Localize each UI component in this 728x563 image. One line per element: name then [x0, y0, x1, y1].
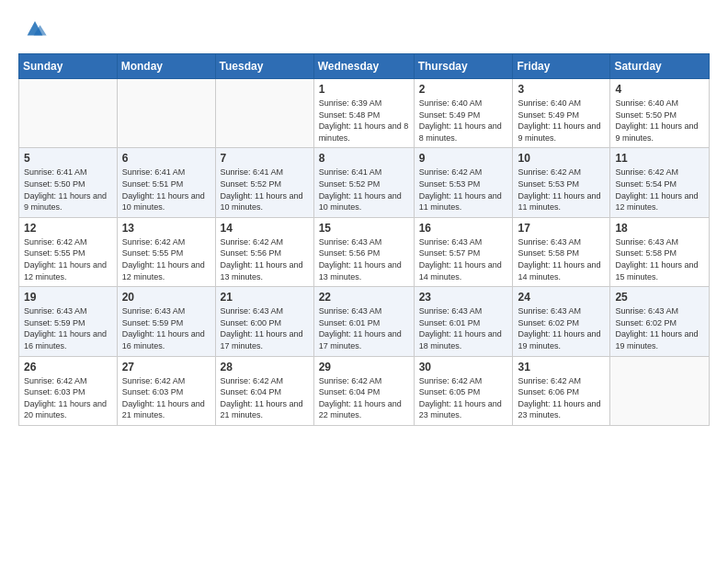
- day-info: Sunrise: 6:42 AMSunset: 5:53 PMDaylight:…: [518, 167, 605, 213]
- day-number: 2: [419, 83, 508, 96]
- calendar-cell: 13Sunrise: 6:42 AMSunset: 5:55 PMDayligh…: [117, 217, 215, 286]
- day-number: 1: [319, 83, 409, 96]
- calendar-cell: 24Sunrise: 6:43 AMSunset: 6:02 PMDayligh…: [513, 287, 610, 356]
- day-info: Sunrise: 6:41 AMSunset: 5:51 PMDaylight:…: [122, 167, 210, 213]
- calendar-cell: 25Sunrise: 6:43 AMSunset: 6:02 PMDayligh…: [610, 287, 710, 356]
- day-info: Sunrise: 6:42 AMSunset: 6:03 PMDaylight:…: [122, 375, 210, 421]
- weekday-header-row: SundayMondayTuesdayWednesdayThursdayFrid…: [19, 54, 710, 79]
- day-number: 29: [319, 361, 409, 373]
- day-info: Sunrise: 6:43 AMSunset: 6:00 PMDaylight:…: [221, 305, 309, 351]
- calendar-cell: 20Sunrise: 6:43 AMSunset: 5:59 PMDayligh…: [117, 287, 215, 356]
- day-number: 11: [615, 152, 704, 165]
- day-info: Sunrise: 6:43 AMSunset: 5:57 PMDaylight:…: [419, 236, 508, 282]
- day-info: Sunrise: 6:43 AMSunset: 6:01 PMDaylight:…: [319, 305, 409, 351]
- calendar-cell: [215, 79, 313, 148]
- weekday-header-tuesday: Tuesday: [215, 54, 313, 79]
- calendar-cell: 15Sunrise: 6:43 AMSunset: 5:56 PMDayligh…: [313, 217, 414, 286]
- calendar-cell: 16Sunrise: 6:43 AMSunset: 5:57 PMDayligh…: [414, 217, 513, 286]
- day-number: 6: [122, 152, 210, 165]
- week-row-3: 12Sunrise: 6:42 AMSunset: 5:55 PMDayligh…: [19, 217, 710, 286]
- calendar-cell: 22Sunrise: 6:43 AMSunset: 6:01 PMDayligh…: [313, 287, 414, 356]
- weekday-header-wednesday: Wednesday: [313, 54, 414, 79]
- day-number: 8: [319, 152, 409, 165]
- calendar-cell: 12Sunrise: 6:42 AMSunset: 5:55 PMDayligh…: [19, 217, 118, 286]
- calendar-cell: 3Sunrise: 6:40 AMSunset: 5:49 PMDaylight…: [513, 79, 610, 148]
- calendar-cell: 1Sunrise: 6:39 AMSunset: 5:48 PMDaylight…: [313, 79, 414, 148]
- day-number: 14: [221, 222, 309, 235]
- day-number: 10: [518, 152, 605, 165]
- day-number: 20: [122, 291, 210, 304]
- day-number: 23: [419, 291, 508, 304]
- day-info: Sunrise: 6:41 AMSunset: 5:50 PMDaylight:…: [24, 167, 112, 213]
- calendar-cell: [610, 356, 710, 425]
- calendar-cell: 29Sunrise: 6:42 AMSunset: 6:04 PMDayligh…: [313, 356, 414, 425]
- day-info: Sunrise: 6:43 AMSunset: 6:02 PMDaylight:…: [518, 305, 605, 351]
- day-number: 3: [518, 83, 605, 96]
- day-info: Sunrise: 6:42 AMSunset: 6:06 PMDaylight:…: [518, 375, 605, 421]
- day-info: Sunrise: 6:42 AMSunset: 5:56 PMDaylight:…: [221, 236, 309, 282]
- day-info: Sunrise: 6:43 AMSunset: 5:59 PMDaylight:…: [122, 305, 210, 351]
- week-row-1: 1Sunrise: 6:39 AMSunset: 5:48 PMDaylight…: [19, 79, 710, 148]
- weekday-header-friday: Friday: [513, 54, 610, 79]
- page: SundayMondayTuesdayWednesdayThursdayFrid…: [0, 0, 728, 563]
- day-info: Sunrise: 6:43 AMSunset: 5:59 PMDaylight:…: [24, 305, 112, 351]
- day-number: 21: [221, 291, 309, 304]
- day-info: Sunrise: 6:42 AMSunset: 6:03 PMDaylight:…: [24, 375, 112, 421]
- day-info: Sunrise: 6:43 AMSunset: 5:58 PMDaylight:…: [615, 236, 704, 282]
- weekday-header-thursday: Thursday: [414, 54, 513, 79]
- day-info: Sunrise: 6:40 AMSunset: 5:50 PMDaylight:…: [615, 98, 704, 144]
- day-number: 18: [615, 222, 704, 235]
- day-info: Sunrise: 6:43 AMSunset: 6:02 PMDaylight:…: [615, 305, 704, 351]
- calendar-cell: 17Sunrise: 6:43 AMSunset: 5:58 PMDayligh…: [513, 217, 610, 286]
- day-info: Sunrise: 6:42 AMSunset: 6:05 PMDaylight:…: [419, 375, 508, 421]
- day-info: Sunrise: 6:41 AMSunset: 5:52 PMDaylight:…: [221, 167, 309, 213]
- calendar-cell: 21Sunrise: 6:43 AMSunset: 6:00 PMDayligh…: [215, 287, 313, 356]
- day-info: Sunrise: 6:43 AMSunset: 5:56 PMDaylight:…: [319, 236, 409, 282]
- calendar-cell: 14Sunrise: 6:42 AMSunset: 5:56 PMDayligh…: [215, 217, 313, 286]
- calendar-cell: [19, 79, 118, 148]
- day-info: Sunrise: 6:42 AMSunset: 6:04 PMDaylight:…: [319, 375, 409, 421]
- day-number: 4: [615, 83, 704, 96]
- day-number: 27: [122, 361, 210, 373]
- week-row-5: 26Sunrise: 6:42 AMSunset: 6:03 PMDayligh…: [19, 356, 710, 425]
- calendar-cell: 8Sunrise: 6:41 AMSunset: 5:52 PMDaylight…: [313, 148, 414, 217]
- calendar-cell: 4Sunrise: 6:40 AMSunset: 5:50 PMDaylight…: [610, 79, 710, 148]
- day-number: 12: [24, 222, 112, 235]
- week-row-2: 5Sunrise: 6:41 AMSunset: 5:50 PMDaylight…: [19, 148, 710, 217]
- day-info: Sunrise: 6:42 AMSunset: 5:55 PMDaylight:…: [24, 236, 112, 282]
- day-number: 26: [24, 361, 112, 373]
- day-number: 9: [419, 152, 508, 165]
- week-row-4: 19Sunrise: 6:43 AMSunset: 5:59 PMDayligh…: [19, 287, 710, 356]
- day-number: 13: [122, 222, 210, 235]
- day-info: Sunrise: 6:40 AMSunset: 5:49 PMDaylight:…: [419, 98, 508, 144]
- day-info: Sunrise: 6:43 AMSunset: 5:58 PMDaylight:…: [518, 236, 605, 282]
- day-number: 7: [221, 152, 309, 165]
- day-number: 24: [518, 291, 605, 304]
- calendar-cell: 7Sunrise: 6:41 AMSunset: 5:52 PMDaylight…: [215, 148, 313, 217]
- day-info: Sunrise: 6:40 AMSunset: 5:49 PMDaylight:…: [518, 98, 605, 144]
- day-number: 25: [615, 291, 704, 304]
- calendar-cell: 10Sunrise: 6:42 AMSunset: 5:53 PMDayligh…: [513, 148, 610, 217]
- day-number: 17: [518, 222, 605, 235]
- calendar-cell: 27Sunrise: 6:42 AMSunset: 6:03 PMDayligh…: [117, 356, 215, 425]
- day-number: 31: [518, 361, 605, 373]
- day-number: 16: [419, 222, 508, 235]
- day-info: Sunrise: 6:42 AMSunset: 5:53 PMDaylight:…: [419, 167, 508, 213]
- calendar-cell: 19Sunrise: 6:43 AMSunset: 5:59 PMDayligh…: [19, 287, 118, 356]
- day-number: 19: [24, 291, 112, 304]
- calendar-table: SundayMondayTuesdayWednesdayThursdayFrid…: [18, 53, 710, 426]
- day-info: Sunrise: 6:42 AMSunset: 5:55 PMDaylight:…: [122, 236, 210, 282]
- calendar-cell: 11Sunrise: 6:42 AMSunset: 5:54 PMDayligh…: [610, 148, 710, 217]
- calendar-cell: 26Sunrise: 6:42 AMSunset: 6:03 PMDayligh…: [19, 356, 118, 425]
- calendar-cell: 2Sunrise: 6:40 AMSunset: 5:49 PMDaylight…: [414, 79, 513, 148]
- weekday-header-saturday: Saturday: [610, 54, 710, 79]
- calendar-cell: [117, 79, 215, 148]
- header: [18, 15, 710, 44]
- day-number: 5: [24, 152, 112, 165]
- day-number: 28: [221, 361, 309, 373]
- day-info: Sunrise: 6:43 AMSunset: 6:01 PMDaylight:…: [419, 305, 508, 351]
- calendar-cell: 5Sunrise: 6:41 AMSunset: 5:50 PMDaylight…: [19, 148, 118, 217]
- day-info: Sunrise: 6:39 AMSunset: 5:48 PMDaylight:…: [319, 98, 409, 144]
- weekday-header-sunday: Sunday: [19, 54, 118, 79]
- day-number: 22: [319, 291, 409, 304]
